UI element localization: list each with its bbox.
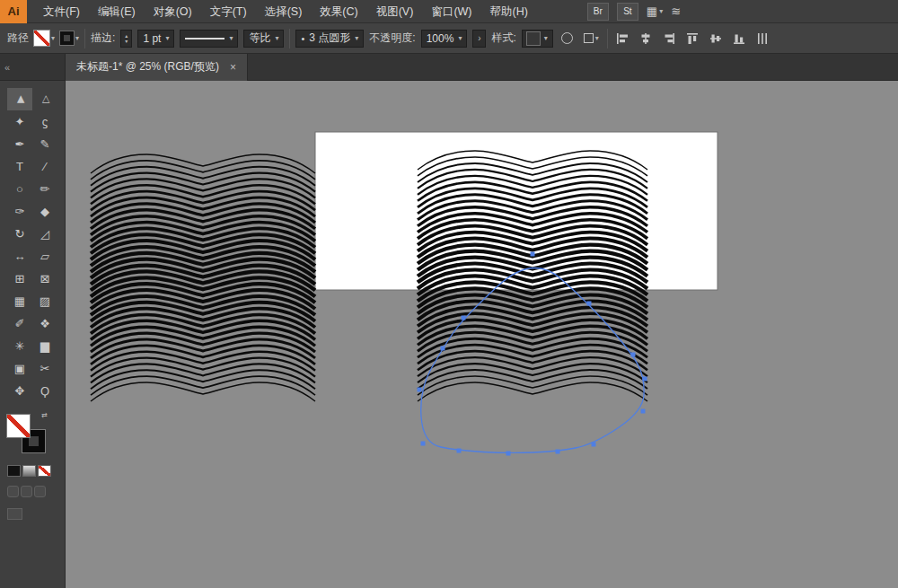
document-tab[interactable]: 未标题-1* @ 25% (RGB/预览) ×	[65, 54, 248, 81]
menu-effect[interactable]: 效果(C)	[311, 0, 366, 23]
align-center-vertical-button[interactable]	[707, 32, 725, 45]
selection-tool[interactable]: ▶	[7, 88, 32, 110]
gradient-tool[interactable]: ▨	[32, 290, 57, 312]
rotate-tool[interactable]: ↻	[7, 223, 32, 245]
fill-stroke-indicator[interactable]: ⇄	[7, 415, 45, 452]
menu-help[interactable]: 帮助(H)	[481, 0, 537, 23]
menu-select[interactable]: 选择(S)	[256, 0, 312, 23]
align-left-button[interactable]	[613, 32, 631, 45]
pen-tool[interactable]: ✒	[7, 133, 32, 155]
fill-color-swatch[interactable]: ▾	[34, 31, 55, 46]
menu-type[interactable]: 文字(T)	[201, 0, 256, 23]
opacity-field[interactable]: 100% ▾	[421, 30, 468, 48]
free-transform-tool[interactable]: ▱	[32, 245, 57, 268]
curvature-tool[interactable]: ✎	[32, 133, 57, 155]
menu-edit[interactable]: 编辑(E)	[89, 0, 145, 23]
artboard-tool[interactable]: ▣	[7, 357, 32, 380]
swap-fill-stroke-icon[interactable]: ⇄	[41, 411, 48, 419]
anchor-point[interactable]	[643, 377, 647, 382]
gradient-button[interactable]	[22, 465, 36, 477]
align-top-button[interactable]	[683, 32, 701, 45]
pencil-tool[interactable]: ✑	[7, 200, 32, 223]
none-button[interactable]	[38, 465, 51, 477]
perspective-grid-tool[interactable]: ⊠	[32, 268, 57, 290]
stock-button[interactable]: St	[617, 3, 638, 21]
anchor-point[interactable]	[587, 302, 592, 306]
direct-selection-tool[interactable]: ▷	[32, 88, 57, 110]
stroke-style-dropdown[interactable]: ▾	[180, 30, 238, 48]
zoom-tool-icon: Ϙ	[40, 384, 49, 398]
canvas-area[interactable]	[66, 81, 898, 588]
column-graph-tool[interactable]: ▆	[32, 335, 57, 357]
lasso-tool-icon: ϛ	[42, 115, 48, 128]
symbol-sprayer-tool-icon: ✳	[15, 339, 25, 353]
brush-dropdown[interactable]: • 3 点圆形 ▾	[295, 30, 364, 48]
anchor-point[interactable]	[531, 252, 535, 257]
draw-behind-button[interactable]	[21, 486, 32, 497]
mesh-tool[interactable]: ▦	[7, 290, 32, 312]
align-bottom-button[interactable]	[730, 32, 748, 45]
anchor-point[interactable]	[421, 442, 426, 446]
shape-builder-tool[interactable]: ⊞	[7, 268, 32, 290]
menu-object[interactable]: 对象(O)	[145, 0, 201, 23]
tools-panel: ▶▷✦ϛ✒✎T∕○✏✑◆↻◿↔▱⊞⊠▦▨✐❖✳▆▣✂✥Ϙ ⇄	[0, 81, 66, 588]
anchor-point[interactable]	[641, 409, 646, 414]
anchor-point[interactable]	[441, 347, 445, 351]
paintbrush-tool-icon: ✏	[40, 182, 50, 196]
anchor-point[interactable]	[631, 353, 636, 357]
ellipse-tool[interactable]: ○	[7, 178, 32, 200]
mesh-tool-icon: ▦	[14, 294, 25, 308]
screen-mode-button[interactable]	[7, 508, 22, 520]
type-tool[interactable]: T	[7, 155, 32, 178]
workspace-switcher[interactable]: ▦ ▾	[647, 4, 663, 18]
close-tab-icon[interactable]: ×	[230, 61, 236, 74]
fan-icon: ≋	[671, 4, 681, 18]
type-tool-icon: T	[16, 160, 23, 173]
width-profile-dropdown[interactable]: 等比 ▾	[243, 30, 284, 48]
menu-file[interactable]: 文件(F)	[34, 0, 89, 23]
draw-inside-button[interactable]	[34, 486, 46, 497]
menu-view[interactable]: 视图(V)	[367, 0, 423, 23]
recolor-artwork-button[interactable]	[559, 31, 576, 46]
anchor-point[interactable]	[418, 388, 422, 392]
scale-tool[interactable]: ◿	[32, 223, 57, 245]
anchor-point[interactable]	[506, 452, 511, 456]
more-options-button[interactable]: ›	[472, 30, 486, 48]
line-segment-tool[interactable]: ∕	[32, 155, 57, 178]
anchor-point[interactable]	[462, 316, 466, 320]
canvas[interactable]	[66, 81, 898, 588]
zoom-tool[interactable]: Ϙ	[32, 380, 57, 402]
lasso-tool[interactable]: ϛ	[32, 110, 57, 133]
slice-tool[interactable]: ✂	[32, 357, 57, 380]
paintbrush-tool[interactable]: ✏	[32, 178, 57, 200]
width-tool[interactable]: ↔	[7, 245, 32, 268]
style-dropdown[interactable]: ▾	[522, 30, 553, 48]
share-button[interactable]: ≋	[671, 4, 681, 18]
color-button[interactable]	[7, 465, 21, 477]
symbol-sprayer-tool[interactable]: ✳	[7, 335, 32, 357]
align-center-horizontal-button[interactable]	[637, 32, 655, 45]
draw-normal-button[interactable]	[7, 486, 19, 497]
anchor-point[interactable]	[592, 443, 596, 447]
menu-window[interactable]: 窗口(W)	[422, 0, 480, 23]
blend-tool[interactable]: ❖	[32, 312, 57, 335]
align-left-icon	[616, 32, 629, 45]
stroke-weight-field[interactable]: 1 pt ▾	[137, 30, 174, 48]
eyedropper-tool[interactable]: ✐	[7, 312, 32, 335]
anchor-point[interactable]	[457, 449, 462, 453]
distribute-horizontal-button[interactable]	[753, 32, 771, 45]
draw-mode-row	[7, 486, 46, 497]
stroke-weight-stepper[interactable]: ▴ ▾	[120, 30, 132, 48]
magic-wand-tool[interactable]: ✦	[7, 110, 32, 133]
stroke-color-swatch[interactable]: ▾	[60, 31, 79, 45]
fill-box-icon[interactable]	[7, 415, 30, 437]
transform-dropdown[interactable]: ▾	[581, 31, 602, 45]
align-right-button[interactable]	[660, 32, 678, 45]
blend-object-1[interactable]	[91, 154, 315, 401]
anchor-point[interactable]	[556, 450, 560, 454]
collapse-panels-button[interactable]: «	[0, 62, 18, 73]
hand-tool[interactable]: ✥	[7, 380, 32, 402]
shaper-tool[interactable]: ◆	[32, 200, 57, 223]
bridge-button[interactable]: Br	[587, 3, 609, 21]
stroke-weight-value: 1 pt	[143, 32, 161, 45]
